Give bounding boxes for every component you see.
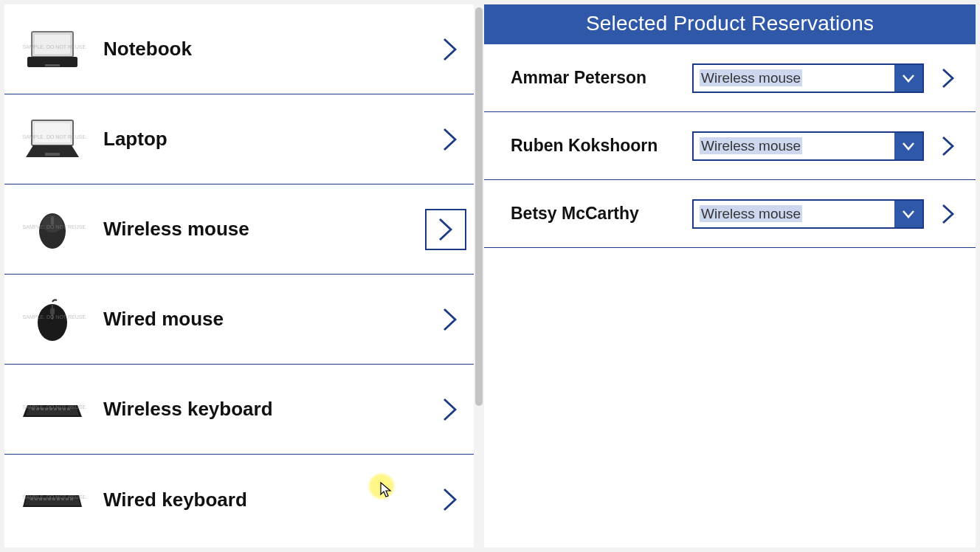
chevron-right-icon[interactable] bbox=[434, 33, 466, 66]
svg-rect-20 bbox=[58, 408, 61, 410]
chevron-right-icon[interactable] bbox=[934, 64, 962, 92]
product-row-wired-keyboard[interactable]: SAMPLE. DO NOT REUSE. Wired keyboard bbox=[4, 455, 474, 545]
product-label: Wired keyboard bbox=[84, 489, 434, 511]
product-row-wired-mouse[interactable]: SAMPLE. DO NOT REUSE. Wired mouse bbox=[4, 275, 474, 365]
chevron-right-icon[interactable] bbox=[425, 209, 466, 250]
product-list-panel: SAMPLE. DO NOT REUSE. Notebook SAMPLE. D… bbox=[4, 4, 474, 548]
svg-rect-1 bbox=[35, 35, 70, 54]
reservation-name: Betsy McCarthy bbox=[511, 204, 692, 224]
svg-rect-5 bbox=[35, 123, 70, 142]
reservation-row: Ruben Kokshoorn Wireless mouse bbox=[484, 112, 976, 180]
svg-rect-25 bbox=[39, 498, 42, 500]
mouse-icon: SAMPLE. DO NOT REUSE. bbox=[21, 204, 84, 255]
product-select[interactable]: Wireless mouse bbox=[692, 63, 924, 93]
svg-rect-22 bbox=[67, 408, 70, 410]
reservation-name: Ammar Peterson bbox=[511, 68, 692, 88]
chevron-down-icon[interactable] bbox=[894, 133, 922, 159]
svg-rect-17 bbox=[45, 408, 48, 410]
chevron-down-icon[interactable] bbox=[894, 65, 922, 92]
keyboard-icon: SAMPLE. DO NOT REUSE. bbox=[21, 474, 84, 525]
svg-rect-26 bbox=[44, 498, 46, 500]
svg-rect-27 bbox=[48, 498, 51, 500]
svg-rect-7 bbox=[45, 153, 60, 156]
reservation-row: Betsy McCarthy Wireless mouse bbox=[484, 180, 976, 248]
svg-rect-31 bbox=[66, 498, 69, 500]
product-label: Wired mouse bbox=[84, 308, 434, 331]
svg-rect-21 bbox=[63, 408, 66, 410]
svg-rect-3 bbox=[45, 64, 60, 66]
reservations-header: Selected Product Reservations bbox=[484, 4, 976, 44]
product-row-wireless-mouse[interactable]: SAMPLE. DO NOT REUSE. Wireless mouse bbox=[4, 184, 474, 275]
product-select[interactable]: Wireless mouse bbox=[692, 199, 924, 229]
chevron-right-icon[interactable] bbox=[934, 200, 962, 228]
chevron-right-icon[interactable] bbox=[434, 123, 466, 156]
notebook-icon: SAMPLE. DO NOT REUSE. bbox=[21, 24, 84, 75]
product-select-value: Wireless mouse bbox=[694, 70, 894, 86]
svg-rect-10 bbox=[51, 216, 54, 225]
chevron-right-icon[interactable] bbox=[434, 303, 466, 336]
svg-rect-15 bbox=[36, 408, 39, 410]
chevron-down-icon[interactable] bbox=[894, 201, 922, 227]
app-root: SAMPLE. DO NOT REUSE. Notebook SAMPLE. D… bbox=[0, 0, 980, 552]
svg-rect-30 bbox=[61, 498, 64, 500]
product-label: Laptop bbox=[84, 128, 434, 151]
product-label: Notebook bbox=[84, 38, 434, 61]
svg-rect-19 bbox=[54, 408, 57, 410]
svg-rect-32 bbox=[70, 498, 73, 500]
svg-rect-16 bbox=[41, 408, 44, 410]
product-label: Wireless mouse bbox=[84, 218, 425, 241]
mouse-wired-icon: SAMPLE. DO NOT REUSE. bbox=[21, 294, 84, 345]
svg-rect-13 bbox=[50, 308, 55, 315]
chevron-right-icon[interactable] bbox=[934, 132, 962, 160]
laptop-icon: SAMPLE. DO NOT REUSE. bbox=[21, 114, 84, 165]
svg-rect-29 bbox=[57, 498, 60, 500]
svg-rect-24 bbox=[35, 498, 38, 500]
svg-rect-28 bbox=[52, 498, 55, 500]
reservation-name: Ruben Kokshoorn bbox=[511, 136, 692, 156]
product-select-value: Wireless mouse bbox=[694, 206, 894, 222]
svg-rect-18 bbox=[49, 408, 52, 410]
product-row-wireless-keyboard[interactable]: SAMPLE. DO NOT REUSE. Wireless keyboard bbox=[4, 365, 474, 455]
keyboard-icon: SAMPLE. DO NOT REUSE. bbox=[21, 384, 84, 435]
chevron-right-icon[interactable] bbox=[434, 393, 466, 426]
reservations-panel: Selected Product Reservations Ammar Pete… bbox=[484, 4, 976, 548]
svg-rect-23 bbox=[30, 498, 33, 500]
product-row-laptop[interactable]: SAMPLE. DO NOT REUSE. Laptop bbox=[4, 94, 474, 184]
product-label: Wireless keyboard bbox=[84, 398, 434, 421]
product-select[interactable]: Wireless mouse bbox=[692, 131, 924, 161]
scrollbar-thumb[interactable] bbox=[475, 7, 483, 406]
product-select-value: Wireless mouse bbox=[694, 138, 894, 154]
reservation-row: Ammar Peterson Wireless mouse bbox=[484, 44, 976, 112]
chevron-right-icon[interactable] bbox=[434, 483, 466, 516]
product-row-notebook[interactable]: SAMPLE. DO NOT REUSE. Notebook bbox=[4, 4, 474, 94]
scrollbar-vertical[interactable] bbox=[474, 4, 484, 548]
svg-rect-14 bbox=[32, 408, 35, 410]
